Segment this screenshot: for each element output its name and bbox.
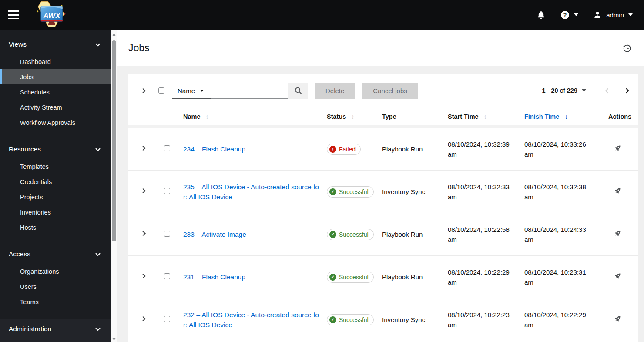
job-name-link[interactable]: 233 – Activate Image [183, 229, 246, 239]
hamburger-menu-icon[interactable] [8, 10, 19, 19]
start-time: 08/10/2024, 10:22:23am [448, 310, 524, 330]
relaunch-rocket-button[interactable] [614, 229, 622, 238]
sidebar-item-activity-stream[interactable]: Activity Stream [0, 100, 111, 115]
row-checkbox[interactable] [164, 145, 170, 151]
sidebar-section-toggle-administration[interactable]: Administration [0, 319, 111, 339]
nav-item-label: Jobs [20, 74, 34, 80]
job-type: Inventory Sync [382, 187, 448, 197]
start-time: 08/10/2024, 10:32:33am [448, 182, 524, 202]
delete-button[interactable]: Delete [315, 83, 355, 99]
sort-icon[interactable]: ↕ [351, 113, 354, 120]
job-name-link[interactable]: 231 – Flash Cleanup [183, 272, 245, 282]
section-label: Views [9, 40, 27, 48]
job-name-link[interactable]: 235 – All IOS Device - Auto-created sour… [183, 182, 322, 202]
relaunch-rocket-button[interactable] [614, 315, 622, 323]
scrollbar-thumb[interactable] [112, 40, 116, 241]
status-label: Successful [339, 188, 369, 195]
status-label: Successful [339, 274, 369, 281]
cancel-jobs-button[interactable]: Cancel jobs [362, 83, 418, 99]
table-row: 234 – Flash Cleanup Failed Playbook Run … [128, 128, 638, 171]
job-name-link[interactable]: 232 – All IOS Device - Auto-created sour… [183, 310, 322, 330]
pagination-next-button[interactable] [625, 87, 630, 94]
pagination-dropdown-caret[interactable] [582, 89, 586, 92]
sidebar-item-organizations[interactable]: Organizations [0, 264, 111, 279]
sidebar-section-toggle-access[interactable]: Access [0, 245, 111, 264]
select-all-checkbox[interactable] [158, 87, 164, 94]
filter-key-select[interactable]: Name [172, 83, 211, 99]
search-button[interactable] [288, 83, 308, 99]
column-header-finish-time[interactable]: Finish Time ↓ [524, 113, 608, 121]
row-expand-chevron[interactable] [141, 145, 146, 151]
sort-icon[interactable]: ↕ [206, 113, 209, 120]
sidebar-item-projects[interactable]: Projects [0, 189, 111, 205]
relaunch-rocket-button[interactable] [614, 272, 622, 280]
row-checkbox[interactable] [164, 273, 170, 279]
user-menu[interactable]: admin [593, 10, 633, 19]
column-header-status[interactable]: Status ↕ [327, 113, 382, 120]
pagination-of-label: of [560, 87, 565, 94]
job-type: Playbook Run [382, 144, 448, 154]
status-icon [329, 274, 336, 281]
history-icon-button[interactable] [622, 43, 632, 53]
sidebar-item-hosts[interactable]: Hosts [0, 220, 111, 235]
column-header-type: Type [382, 113, 448, 120]
start-time: 08/10/2024, 10:32:39am [448, 139, 524, 159]
rocket-icon [612, 313, 624, 325]
sidebar-item-schedules[interactable]: Schedules [0, 84, 111, 100]
toolbar-expand-chevron[interactable] [141, 87, 146, 94]
nav-item-label: Schedules [20, 89, 50, 96]
scroll-up-arrow-icon[interactable] [112, 33, 116, 36]
notifications-bell-icon[interactable] [537, 10, 546, 20]
sidebar-item-jobs[interactable]: Jobs [0, 69, 111, 84]
top-navbar: AWX ? admin [0, 0, 644, 30]
job-type: Inventory Sync [382, 315, 448, 325]
row-checkbox[interactable] [164, 316, 170, 322]
rocket-icon [612, 142, 624, 154]
awx-logo[interactable]: AWX [29, 0, 70, 29]
finish-time: 08/10/2024, 10:22:29am [524, 310, 608, 330]
sidebar-item-templates[interactable]: Templates [0, 159, 111, 174]
row-expand-chevron[interactable] [141, 188, 146, 194]
sort-icon[interactable]: ↕ [484, 113, 487, 120]
sidebar-section-toggle-resources[interactable]: Resources [0, 140, 111, 159]
pagination-prev-button[interactable] [604, 87, 609, 94]
question-circle-icon: ? [560, 10, 570, 20]
table-row: 232 – All IOS Device - Auto-created sour… [128, 298, 638, 341]
row-checkbox[interactable] [164, 231, 170, 237]
column-label: Finish Time [524, 113, 559, 120]
page-title: Jobs [128, 42, 150, 54]
sidebar-item-teams[interactable]: Teams [0, 294, 111, 309]
sidebar-item-dashboard[interactable]: Dashboard [0, 54, 111, 69]
jobs-list-card: Name Delete Cancel jobs 1 - 20 of 229 [128, 74, 638, 342]
chevron-down-icon [95, 252, 101, 256]
sidebar-item-users[interactable]: Users [0, 279, 111, 294]
sidebar-item-inventories[interactable]: Inventories [0, 205, 111, 220]
chevron-down-icon [628, 13, 633, 16]
table-header-row: Name ↕ Status ↕ Type Start Time ↕ Finish… [128, 108, 638, 128]
column-header-name[interactable]: Name ↕ [177, 113, 327, 120]
finish-time: 08/10/2024, 10:24:33am [524, 225, 608, 245]
row-expand-chevron[interactable] [141, 273, 146, 279]
status-badge: Successful [327, 229, 374, 240]
job-name-link[interactable]: 234 – Flash Cleanup [183, 144, 245, 154]
list-toolbar: Name Delete Cancel jobs 1 - 20 of 229 [128, 81, 638, 100]
sidebar-section-toggle-views[interactable]: Views [0, 35, 111, 54]
row-expand-chevron[interactable] [141, 230, 146, 237]
sidebar-item-credentials[interactable]: Credentials [0, 174, 111, 189]
finish-time: 08/10/2024, 10:23:31am [524, 267, 608, 287]
column-label: Actions [608, 113, 631, 120]
status-badge: Successful [327, 272, 374, 283]
column-label: Name [183, 113, 201, 120]
section-label: Access [9, 250, 30, 258]
relaunch-rocket-button[interactable] [614, 144, 622, 152]
column-header-start-time[interactable]: Start Time ↕ [448, 113, 524, 120]
chevron-down-icon [200, 90, 204, 92]
row-checkbox[interactable] [164, 188, 170, 194]
row-expand-chevron[interactable] [141, 315, 146, 322]
relaunch-rocket-button[interactable] [614, 187, 622, 195]
scroll-down-arrow-icon[interactable] [112, 338, 116, 341]
help-menu[interactable]: ? [560, 10, 578, 20]
search-input[interactable] [211, 83, 288, 99]
sidebar-item-workflow-approvals[interactable]: Workflow Approvals [0, 115, 111, 130]
sort-descending-icon[interactable]: ↓ [564, 113, 568, 121]
